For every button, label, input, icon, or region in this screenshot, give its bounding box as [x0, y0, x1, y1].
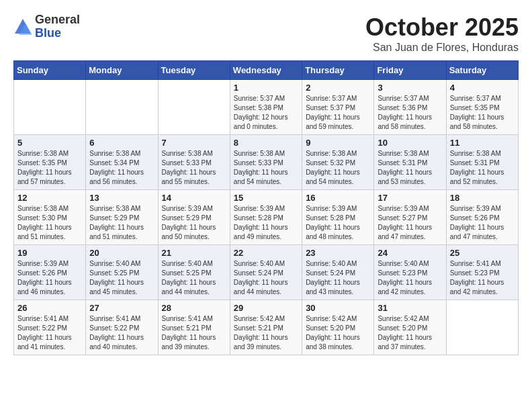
day-number: 18 [450, 193, 515, 203]
table-row [446, 300, 518, 355]
day-number: 9 [306, 138, 370, 148]
day-info: Sunrise: 5:38 AM Sunset: 5:33 PM Dayligh… [162, 149, 226, 187]
table-row: 22Sunrise: 5:40 AM Sunset: 5:24 PM Dayli… [230, 245, 302, 300]
day-info: Sunrise: 5:40 AM Sunset: 5:24 PM Dayligh… [234, 259, 298, 297]
day-number: 20 [89, 248, 154, 258]
day-info: Sunrise: 5:38 AM Sunset: 5:30 PM Dayligh… [17, 204, 82, 242]
table-row: 14Sunrise: 5:39 AM Sunset: 5:29 PM Dayli… [158, 190, 230, 245]
day-info: Sunrise: 5:41 AM Sunset: 5:22 PM Dayligh… [17, 314, 82, 352]
day-number: 16 [306, 193, 370, 203]
header-wednesday: Wednesday [230, 61, 302, 80]
table-row: 1Sunrise: 5:37 AM Sunset: 5:38 PM Daylig… [230, 80, 302, 135]
table-row: 31Sunrise: 5:42 AM Sunset: 5:20 PM Dayli… [374, 300, 446, 355]
day-number: 31 [378, 303, 442, 313]
day-info: Sunrise: 5:39 AM Sunset: 5:27 PM Dayligh… [378, 204, 442, 242]
table-row: 19Sunrise: 5:39 AM Sunset: 5:26 PM Dayli… [14, 245, 86, 300]
weekday-header-row: Sunday Monday Tuesday Wednesday Thursday… [14, 61, 519, 80]
day-info: Sunrise: 5:42 AM Sunset: 5:20 PM Dayligh… [306, 314, 370, 352]
day-info: Sunrise: 5:42 AM Sunset: 5:21 PM Dayligh… [234, 314, 298, 352]
table-row: 27Sunrise: 5:41 AM Sunset: 5:22 PM Dayli… [86, 300, 158, 355]
day-number: 29 [234, 303, 298, 313]
table-row: 24Sunrise: 5:40 AM Sunset: 5:23 PM Dayli… [374, 245, 446, 300]
table-row: 12Sunrise: 5:38 AM Sunset: 5:30 PM Dayli… [14, 190, 86, 245]
day-number: 1 [234, 83, 298, 93]
day-info: Sunrise: 5:39 AM Sunset: 5:26 PM Dayligh… [17, 259, 82, 297]
day-info: Sunrise: 5:38 AM Sunset: 5:31 PM Dayligh… [378, 149, 442, 187]
day-info: Sunrise: 5:38 AM Sunset: 5:33 PM Dayligh… [234, 149, 298, 187]
table-row: 25Sunrise: 5:41 AM Sunset: 5:23 PM Dayli… [446, 245, 518, 300]
header-friday: Friday [374, 61, 446, 80]
header-saturday: Saturday [446, 61, 518, 80]
table-row: 26Sunrise: 5:41 AM Sunset: 5:22 PM Dayli… [14, 300, 86, 355]
table-row: 20Sunrise: 5:40 AM Sunset: 5:25 PM Dayli… [86, 245, 158, 300]
day-info: Sunrise: 5:38 AM Sunset: 5:34 PM Dayligh… [89, 149, 154, 187]
day-number: 2 [306, 83, 370, 93]
day-number: 23 [306, 248, 370, 258]
day-info: Sunrise: 5:38 AM Sunset: 5:29 PM Dayligh… [89, 204, 154, 242]
calendar-week-row: 5Sunrise: 5:38 AM Sunset: 5:35 PM Daylig… [14, 135, 519, 190]
day-number: 21 [162, 248, 226, 258]
table-row: 28Sunrise: 5:41 AM Sunset: 5:21 PM Dayli… [158, 300, 230, 355]
table-row: 11Sunrise: 5:38 AM Sunset: 5:31 PM Dayli… [446, 135, 518, 190]
table-row: 9Sunrise: 5:38 AM Sunset: 5:32 PM Daylig… [302, 135, 374, 190]
header-tuesday: Tuesday [158, 61, 230, 80]
day-info: Sunrise: 5:39 AM Sunset: 5:26 PM Dayligh… [450, 204, 515, 242]
day-info: Sunrise: 5:37 AM Sunset: 5:37 PM Dayligh… [306, 94, 370, 132]
day-number: 10 [378, 138, 442, 148]
table-row: 21Sunrise: 5:40 AM Sunset: 5:25 PM Dayli… [158, 245, 230, 300]
day-number: 17 [378, 193, 442, 203]
day-number: 28 [162, 303, 226, 313]
day-info: Sunrise: 5:37 AM Sunset: 5:36 PM Dayligh… [378, 94, 442, 132]
day-number: 12 [17, 193, 82, 203]
day-number: 22 [234, 248, 298, 258]
table-row: 13Sunrise: 5:38 AM Sunset: 5:29 PM Dayli… [86, 190, 158, 245]
day-number: 15 [234, 193, 298, 203]
logo-icon [13, 17, 32, 36]
table-row: 10Sunrise: 5:38 AM Sunset: 5:31 PM Dayli… [374, 135, 446, 190]
location-subtitle: San Juan de Flores, Honduras [365, 42, 519, 54]
day-number: 19 [17, 248, 82, 258]
logo: General Blue [13, 13, 80, 40]
day-number: 25 [450, 248, 515, 258]
day-info: Sunrise: 5:41 AM Sunset: 5:21 PM Dayligh… [162, 314, 226, 352]
day-info: Sunrise: 5:37 AM Sunset: 5:38 PM Dayligh… [234, 94, 298, 132]
day-info: Sunrise: 5:39 AM Sunset: 5:28 PM Dayligh… [306, 204, 370, 242]
day-number: 7 [162, 138, 226, 148]
day-number: 6 [89, 138, 154, 148]
day-info: Sunrise: 5:38 AM Sunset: 5:32 PM Dayligh… [306, 149, 370, 187]
day-info: Sunrise: 5:42 AM Sunset: 5:20 PM Dayligh… [378, 314, 442, 352]
logo-blue-text: Blue [35, 27, 80, 40]
table-row: 4Sunrise: 5:37 AM Sunset: 5:35 PM Daylig… [446, 80, 518, 135]
table-row: 17Sunrise: 5:39 AM Sunset: 5:27 PM Dayli… [374, 190, 446, 245]
title-area: October 2025 San Juan de Flores, Hondura… [365, 13, 519, 54]
table-row [158, 80, 230, 135]
table-row: 5Sunrise: 5:38 AM Sunset: 5:35 PM Daylig… [14, 135, 86, 190]
calendar-week-row: 12Sunrise: 5:38 AM Sunset: 5:30 PM Dayli… [14, 190, 519, 245]
table-row: 8Sunrise: 5:38 AM Sunset: 5:33 PM Daylig… [230, 135, 302, 190]
table-row: 6Sunrise: 5:38 AM Sunset: 5:34 PM Daylig… [86, 135, 158, 190]
table-row: 15Sunrise: 5:39 AM Sunset: 5:28 PM Dayli… [230, 190, 302, 245]
day-info: Sunrise: 5:39 AM Sunset: 5:28 PM Dayligh… [234, 204, 298, 242]
table-row: 7Sunrise: 5:38 AM Sunset: 5:33 PM Daylig… [158, 135, 230, 190]
day-number: 3 [378, 83, 442, 93]
table-row: 23Sunrise: 5:40 AM Sunset: 5:24 PM Dayli… [302, 245, 374, 300]
calendar-week-row: 1Sunrise: 5:37 AM Sunset: 5:38 PM Daylig… [14, 80, 519, 135]
day-number: 30 [306, 303, 370, 313]
day-info: Sunrise: 5:41 AM Sunset: 5:23 PM Dayligh… [450, 259, 515, 297]
logo-general-text: General [35, 13, 80, 27]
day-info: Sunrise: 5:40 AM Sunset: 5:23 PM Dayligh… [378, 259, 442, 297]
day-info: Sunrise: 5:40 AM Sunset: 5:25 PM Dayligh… [89, 259, 154, 297]
day-info: Sunrise: 5:37 AM Sunset: 5:35 PM Dayligh… [450, 94, 515, 132]
day-info: Sunrise: 5:40 AM Sunset: 5:24 PM Dayligh… [306, 259, 370, 297]
day-number: 24 [378, 248, 442, 258]
day-info: Sunrise: 5:38 AM Sunset: 5:31 PM Dayligh… [450, 149, 515, 187]
table-row: 18Sunrise: 5:39 AM Sunset: 5:26 PM Dayli… [446, 190, 518, 245]
table-row: 3Sunrise: 5:37 AM Sunset: 5:36 PM Daylig… [374, 80, 446, 135]
day-number: 11 [450, 138, 515, 148]
month-title: October 2025 [365, 13, 519, 42]
day-number: 5 [17, 138, 82, 148]
header-sunday: Sunday [14, 61, 86, 80]
calendar-week-row: 26Sunrise: 5:41 AM Sunset: 5:22 PM Dayli… [14, 300, 519, 355]
header-thursday: Thursday [302, 61, 374, 80]
day-info: Sunrise: 5:40 AM Sunset: 5:25 PM Dayligh… [162, 259, 226, 297]
